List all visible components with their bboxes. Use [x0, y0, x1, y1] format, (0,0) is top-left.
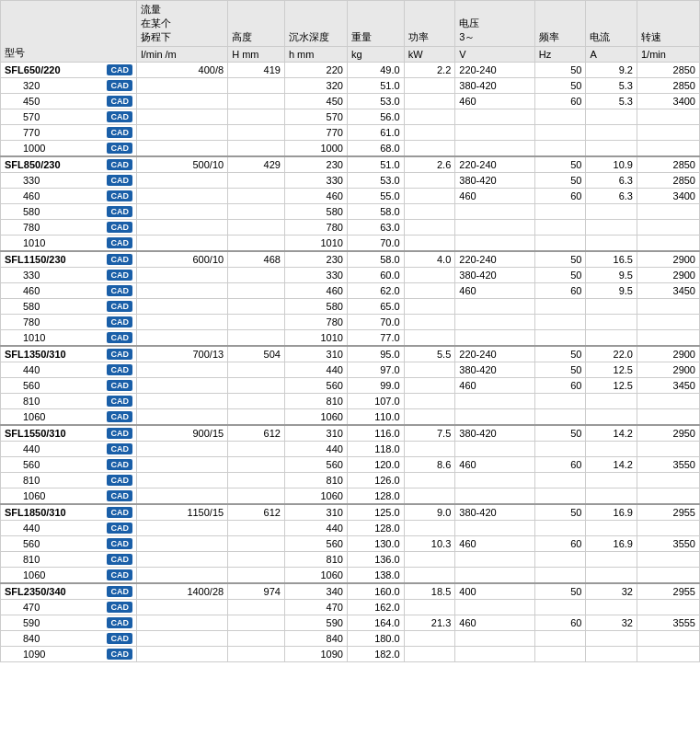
- cad-button[interactable]: CAD: [107, 396, 132, 407]
- cad-button[interactable]: CAD: [107, 428, 132, 439]
- freq-cell: [534, 631, 586, 647]
- header-current-unit-label: A: [590, 49, 596, 60]
- cad-button[interactable]: CAD: [107, 222, 132, 233]
- power-cell: 2.6: [404, 156, 455, 173]
- depth-cell: 310: [284, 346, 347, 362]
- current-cell: [586, 442, 637, 457]
- freq-cell: 60: [534, 615, 586, 631]
- freq-cell: 60: [534, 536, 586, 552]
- cad-button[interactable]: CAD: [107, 443, 132, 454]
- speed-cell: 3400: [637, 189, 699, 204]
- flow-cell: [137, 362, 228, 378]
- weight-cell: 77.0: [347, 330, 404, 347]
- cad-button[interactable]: CAD: [107, 96, 132, 107]
- flow-cell: [137, 536, 228, 552]
- flow-cell: [137, 488, 228, 505]
- weight-cell: 182.0: [347, 647, 404, 662]
- header-current: 电流: [586, 1, 637, 47]
- flow-cell: [137, 299, 228, 315]
- power-cell: [404, 473, 455, 488]
- cad-button[interactable]: CAD: [107, 270, 132, 281]
- cad-button[interactable]: CAD: [107, 523, 132, 534]
- cad-button[interactable]: CAD: [107, 411, 132, 422]
- header-height-label: 高度: [232, 31, 252, 42]
- cad-button[interactable]: CAD: [107, 475, 132, 486]
- cad-button[interactable]: CAD: [107, 285, 132, 296]
- cad-button[interactable]: CAD: [107, 602, 132, 613]
- flow-cell: [137, 442, 228, 457]
- cad-button[interactable]: CAD: [107, 254, 132, 265]
- header-weight-unit: kg: [347, 47, 404, 63]
- voltage-cell: 460: [455, 457, 535, 473]
- model-cell: 560CAD: [1, 378, 137, 394]
- cad-button[interactable]: CAD: [107, 459, 132, 470]
- voltage-cell: [455, 552, 535, 568]
- speed-cell: [637, 409, 699, 426]
- speed-cell: [637, 488, 699, 505]
- cad-button[interactable]: CAD: [107, 206, 132, 217]
- height-cell: [228, 521, 285, 536]
- cad-button[interactable]: CAD: [107, 349, 132, 360]
- height-cell: [228, 488, 285, 505]
- cad-button[interactable]: CAD: [107, 332, 132, 343]
- model-name: SFL2350/340: [5, 586, 66, 597]
- power-cell: [404, 600, 455, 615]
- freq-cell: 50: [534, 63, 586, 78]
- depth-cell: 220: [284, 63, 347, 78]
- voltage-cell: [455, 488, 535, 505]
- speed-cell: 3450: [637, 378, 699, 394]
- freq-cell: 50: [534, 156, 586, 173]
- freq-cell: 60: [534, 378, 586, 394]
- height-cell: [228, 378, 285, 394]
- cad-button[interactable]: CAD: [107, 569, 132, 580]
- cad-button[interactable]: CAD: [107, 554, 132, 565]
- power-cell: 5.5: [404, 346, 455, 362]
- cad-button[interactable]: CAD: [107, 111, 132, 122]
- height-cell: [228, 394, 285, 409]
- power-cell: [404, 409, 455, 426]
- depth-cell: 1060: [284, 488, 347, 505]
- cad-button[interactable]: CAD: [107, 649, 132, 660]
- depth-cell: 840: [284, 631, 347, 647]
- model-cell: 460CAD: [1, 189, 137, 204]
- current-cell: [586, 600, 637, 615]
- cad-button[interactable]: CAD: [107, 159, 132, 170]
- cad-button[interactable]: CAD: [107, 538, 132, 549]
- current-cell: [586, 204, 637, 220]
- depth-cell: 330: [284, 268, 347, 283]
- height-cell: [228, 330, 285, 347]
- cad-button[interactable]: CAD: [107, 237, 132, 248]
- sub-model-number: 580: [5, 206, 40, 217]
- flow-cell: 400/8: [137, 63, 228, 78]
- model-cell: 1000CAD: [1, 141, 137, 157]
- model-cell: SFL650/220CAD: [1, 63, 137, 78]
- cad-button[interactable]: CAD: [107, 64, 132, 75]
- cad-button[interactable]: CAD: [107, 617, 132, 628]
- cad-button[interactable]: CAD: [107, 380, 132, 391]
- cad-button[interactable]: CAD: [107, 507, 132, 518]
- cad-button[interactable]: CAD: [107, 316, 132, 328]
- flow-cell: [137, 473, 228, 488]
- weight-cell: 136.0: [347, 552, 404, 568]
- cad-button[interactable]: CAD: [107, 175, 132, 186]
- cad-button[interactable]: CAD: [107, 190, 132, 201]
- model-cell: 1010CAD: [1, 330, 137, 347]
- freq-cell: 50: [534, 425, 586, 442]
- cad-button[interactable]: CAD: [107, 143, 132, 154]
- cad-button[interactable]: CAD: [107, 364, 132, 375]
- cad-button[interactable]: CAD: [107, 490, 132, 501]
- freq-cell: [534, 315, 586, 330]
- cad-button[interactable]: CAD: [107, 80, 132, 91]
- cad-button[interactable]: CAD: [107, 301, 132, 312]
- model-cell: 770CAD: [1, 125, 137, 141]
- model-name: SFL650/220: [5, 64, 61, 75]
- flow-cell: [137, 268, 228, 283]
- cad-button[interactable]: CAD: [107, 586, 132, 597]
- cad-button[interactable]: CAD: [107, 127, 132, 138]
- flow-cell: [137, 521, 228, 536]
- current-cell: [586, 330, 637, 347]
- model-cell: 1090CAD: [1, 647, 137, 662]
- voltage-cell: 400: [455, 583, 535, 600]
- cad-button[interactable]: CAD: [107, 633, 132, 644]
- sub-model-number: 450: [5, 96, 40, 107]
